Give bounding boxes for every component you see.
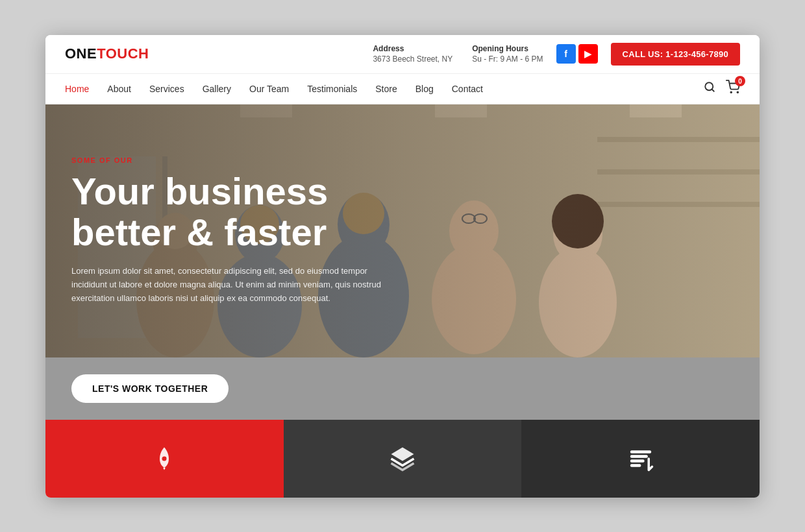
pencil-icon	[151, 445, 178, 472]
hours-value: Su - Fr: 9 AM - 6 PM	[472, 54, 543, 64]
nav-link-services[interactable]: Services	[149, 84, 184, 94]
nav-item-store[interactable]: Store	[375, 83, 397, 95]
layers-icon	[389, 445, 416, 472]
nav-item-testimonials[interactable]: Testimonials	[307, 83, 357, 95]
logo: ONETOUCH	[65, 45, 149, 62]
list-order-icon	[627, 445, 654, 472]
hero-title-line2: better & faster	[71, 211, 327, 253]
nav-item-services[interactable]: Services	[149, 83, 184, 95]
nav-link-about[interactable]: About	[107, 84, 131, 94]
cta-button[interactable]: LET'S WORK TOGETHER	[71, 374, 229, 403]
nav-item-home[interactable]: Home	[65, 83, 89, 95]
logo-touch: TOUCH	[97, 45, 149, 62]
cart-badge: 0	[735, 76, 745, 86]
hero-content: SOME OF OUR Your business better & faste…	[45, 104, 460, 357]
nav-item-blog[interactable]: Blog	[415, 83, 434, 95]
call-button[interactable]: CALL US: 1-123-456-7890	[611, 43, 740, 66]
nav-link-contact[interactable]: Contact	[452, 84, 483, 94]
nav-item-gallery[interactable]: Gallery	[203, 83, 231, 95]
nav-item-ourteam[interactable]: Our Team	[249, 83, 289, 95]
nav-link-gallery[interactable]: Gallery	[203, 84, 231, 94]
nav-link-blog[interactable]: Blog	[415, 84, 434, 94]
nav-link-testimonials[interactable]: Testimonials	[307, 84, 357, 94]
nav-link-home[interactable]: Home	[65, 84, 89, 94]
social-icons: f ▶	[556, 44, 598, 64]
search-icon	[704, 81, 715, 93]
address-value: 3673 Beech Street, NY	[373, 54, 452, 64]
svg-point-3	[737, 91, 738, 93]
nav-link-ourteam[interactable]: Our Team	[249, 84, 289, 94]
bottom-card-1	[45, 420, 284, 498]
hero-section: SOME OF OUR Your business better & faste…	[45, 104, 760, 357]
nav-link-store[interactable]: Store	[375, 84, 397, 94]
nav-links: Home About Services Gallery Our Team Tes…	[65, 74, 483, 104]
svg-marker-32	[391, 447, 414, 461]
address-label: Address	[373, 44, 452, 53]
search-button[interactable]	[704, 81, 715, 96]
address-block: Address 3673 Beech Street, NY	[373, 44, 452, 64]
top-info: Address 3673 Beech Street, NY Opening Ho…	[373, 44, 543, 64]
nav-item-contact[interactable]: Contact	[452, 83, 483, 95]
main-nav: Home About Services Gallery Our Team Tes…	[45, 74, 760, 104]
top-bar: ONETOUCH Address 3673 Beech Street, NY O…	[45, 35, 760, 74]
hours-label: Opening Hours	[472, 44, 543, 53]
facebook-icon[interactable]: f	[556, 44, 576, 64]
svg-line-1	[712, 89, 713, 91]
logo-one: ONE	[65, 45, 97, 62]
svg-point-31	[162, 456, 167, 461]
top-bar-right: Address 3673 Beech Street, NY Opening Ho…	[373, 43, 740, 66]
youtube-icon[interactable]: ▶	[578, 44, 598, 64]
svg-point-2	[730, 91, 732, 93]
hero-title: Your business better & faster	[71, 171, 434, 254]
bottom-card-3	[521, 420, 760, 498]
bottom-card-2	[284, 420, 522, 498]
hours-block: Opening Hours Su - Fr: 9 AM - 6 PM	[472, 44, 543, 64]
cart-button[interactable]: 0	[726, 80, 740, 97]
bottom-cards	[45, 420, 760, 498]
hero-title-line1: Your business	[71, 170, 328, 212]
nav-right: 0	[704, 80, 740, 97]
hero-eyebrow: SOME OF OUR	[71, 156, 434, 164]
browser-window: ONETOUCH Address 3673 Beech Street, NY O…	[45, 35, 760, 498]
nav-item-about[interactable]: About	[107, 83, 131, 95]
hero-description: Lorem ipsum dolor sit amet, consectetur …	[71, 265, 396, 305]
cta-section: LET'S WORK TOGETHER	[45, 357, 760, 420]
